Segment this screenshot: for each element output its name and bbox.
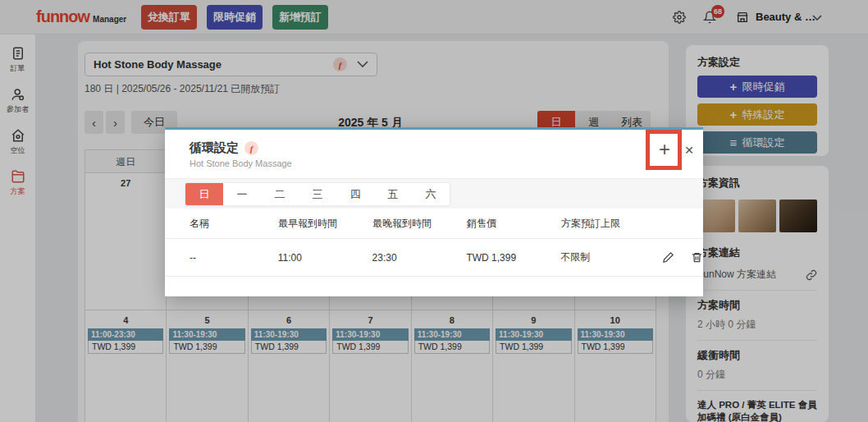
rules-table-header: 名稱 最早報到時間 最晚報到時間 銷售價 方案預訂上限 [165,209,703,239]
col-earliest-header: 最早報到時間 [278,217,372,231]
weekday-tab-四[interactable]: 四 [336,183,374,205]
weekday-tab-五[interactable]: 五 [374,183,412,205]
col-name-header: 名稱 [190,217,278,231]
rule-latest: 23:30 [372,252,467,264]
weekday-tab-strip: 日一二三四五六 [165,179,703,209]
recurring-settings-modal: 循環設定 f Hot Stone Body Massage + × 日一二三四五… [165,127,703,296]
modal-subtitle: Hot Stone Body Massage [190,158,703,168]
col-limit-header: 方案預訂上限 [561,217,660,231]
col-latest-header: 最晚報到時間 [372,217,467,231]
weekday-tab-一[interactable]: 一 [223,183,261,205]
weekday-tab-日[interactable]: 日 [185,183,223,205]
modal-header: 循環設定 f Hot Stone Body Massage + × [165,130,703,179]
rule-table-row: --11:0023:30TWD 1,399不限制 [165,239,703,277]
row-actions [662,251,703,264]
col-price-header: 銷售價 [467,217,561,231]
close-icon[interactable]: × [682,141,697,159]
rule-price: TWD 1,399 [466,252,560,264]
weekday-tab-二[interactable]: 二 [261,183,299,205]
rule-earliest: 11:00 [278,252,372,264]
funnow-badge-icon: f [244,141,258,155]
rule-limit: 不限制 [560,250,659,264]
weekday-tabs: 日一二三四五六 [185,182,450,206]
annotation-highlight-box [646,130,682,170]
weekday-tab-六[interactable]: 六 [412,183,450,205]
modal-title: 循環設定 [190,140,239,156]
trash-icon[interactable] [691,251,703,264]
weekday-tab-三[interactable]: 三 [299,183,336,205]
edit-pencil-icon[interactable] [662,251,674,264]
rules-table-body: --11:0023:30TWD 1,399不限制 [165,239,703,277]
rule-name: -- [190,252,278,264]
